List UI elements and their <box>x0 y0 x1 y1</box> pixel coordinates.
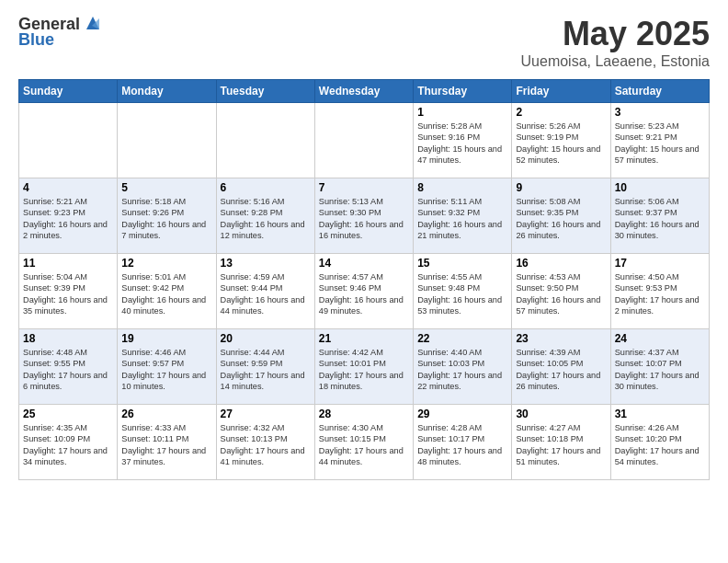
calendar-cell: 11Sunrise: 5:04 AM Sunset: 9:39 PM Dayli… <box>19 254 118 329</box>
day-info: Sunrise: 5:16 AM Sunset: 9:28 PM Dayligh… <box>221 196 311 242</box>
title-location: Uuemoisa, Laeaene, Estonia <box>521 53 710 70</box>
day-number: 17 <box>615 257 705 270</box>
header-wednesday: Wednesday <box>314 80 413 103</box>
header-friday: Friday <box>512 80 610 103</box>
calendar-header-row: Sunday Monday Tuesday Wednesday Thursday… <box>19 80 710 103</box>
calendar-cell: 29Sunrise: 4:28 AM Sunset: 10:17 PM Dayl… <box>414 405 512 480</box>
calendar-cell: 10Sunrise: 5:06 AM Sunset: 9:37 PM Dayli… <box>610 178 709 254</box>
day-number: 28 <box>319 408 409 420</box>
calendar-cell: 19Sunrise: 4:46 AM Sunset: 9:57 PM Dayli… <box>118 329 216 405</box>
header-saturday: Saturday <box>610 80 709 103</box>
day-number: 8 <box>417 181 507 194</box>
calendar-cell: 28Sunrise: 4:30 AM Sunset: 10:15 PM Dayl… <box>314 405 413 480</box>
day-number: 25 <box>23 408 113 420</box>
calendar-cell: 4Sunrise: 5:21 AM Sunset: 9:23 PM Daylig… <box>19 178 118 254</box>
day-number: 20 <box>221 332 311 345</box>
day-info: Sunrise: 4:42 AM Sunset: 10:01 PM Daylig… <box>319 347 409 393</box>
day-number: 18 <box>23 332 113 345</box>
day-info: Sunrise: 5:01 AM Sunset: 9:42 PM Dayligh… <box>121 271 211 317</box>
day-info: Sunrise: 4:28 AM Sunset: 10:17 PM Daylig… <box>417 422 507 468</box>
calendar-week-1: 1Sunrise: 5:28 AM Sunset: 9:16 PM Daylig… <box>19 103 710 178</box>
day-info: Sunrise: 5:26 AM Sunset: 9:19 PM Dayligh… <box>516 121 606 167</box>
calendar-week-4: 18Sunrise: 4:48 AM Sunset: 9:55 PM Dayli… <box>19 329 710 405</box>
day-number: 26 <box>121 408 211 420</box>
day-info: Sunrise: 4:46 AM Sunset: 9:57 PM Dayligh… <box>121 347 211 393</box>
logo-blue-text: Blue <box>18 30 54 50</box>
day-info: Sunrise: 4:40 AM Sunset: 10:03 PM Daylig… <box>417 347 507 393</box>
page: General Blue May 2025 Uuemoisa, Laeaene,… <box>0 0 728 563</box>
day-info: Sunrise: 4:55 AM Sunset: 9:48 PM Dayligh… <box>417 271 507 317</box>
day-info: Sunrise: 4:35 AM Sunset: 10:09 PM Daylig… <box>23 422 113 468</box>
day-number: 24 <box>615 332 705 345</box>
day-number: 23 <box>516 332 606 345</box>
calendar-cell: 20Sunrise: 4:44 AM Sunset: 9:59 PM Dayli… <box>216 329 314 405</box>
calendar-week-2: 4Sunrise: 5:21 AM Sunset: 9:23 PM Daylig… <box>19 178 710 254</box>
day-info: Sunrise: 5:28 AM Sunset: 9:16 PM Dayligh… <box>417 121 507 167</box>
calendar-cell: 18Sunrise: 4:48 AM Sunset: 9:55 PM Dayli… <box>19 329 118 405</box>
calendar-cell: 21Sunrise: 4:42 AM Sunset: 10:01 PM Dayl… <box>314 329 413 405</box>
day-number: 29 <box>417 408 507 420</box>
day-info: Sunrise: 5:11 AM Sunset: 9:32 PM Dayligh… <box>417 196 507 242</box>
calendar-cell: 24Sunrise: 4:37 AM Sunset: 10:07 PM Dayl… <box>610 329 709 405</box>
day-number: 30 <box>516 408 606 420</box>
calendar-cell: 30Sunrise: 4:27 AM Sunset: 10:18 PM Dayl… <box>512 405 610 480</box>
calendar-cell: 25Sunrise: 4:35 AM Sunset: 10:09 PM Dayl… <box>19 405 118 480</box>
calendar-cell: 2Sunrise: 5:26 AM Sunset: 9:19 PM Daylig… <box>512 103 610 178</box>
calendar-week-3: 11Sunrise: 5:04 AM Sunset: 9:39 PM Dayli… <box>19 254 710 329</box>
day-number: 11 <box>23 257 113 270</box>
title-block: May 2025 Uuemoisa, Laeaene, Estonia <box>521 15 710 70</box>
day-info: Sunrise: 5:23 AM Sunset: 9:21 PM Dayligh… <box>615 121 705 167</box>
header-tuesday: Tuesday <box>216 80 314 103</box>
header-thursday: Thursday <box>414 80 512 103</box>
calendar-cell: 15Sunrise: 4:55 AM Sunset: 9:48 PM Dayli… <box>414 254 512 329</box>
day-number: 27 <box>221 408 311 420</box>
day-info: Sunrise: 4:48 AM Sunset: 9:55 PM Dayligh… <box>23 347 113 393</box>
day-number: 19 <box>121 332 211 345</box>
calendar-cell: 13Sunrise: 4:59 AM Sunset: 9:44 PM Dayli… <box>216 254 314 329</box>
day-info: Sunrise: 5:13 AM Sunset: 9:30 PM Dayligh… <box>319 196 409 242</box>
day-info: Sunrise: 4:57 AM Sunset: 9:46 PM Dayligh… <box>319 271 409 317</box>
logo: General Blue <box>18 15 103 50</box>
day-number: 7 <box>319 181 409 194</box>
day-info: Sunrise: 5:18 AM Sunset: 9:26 PM Dayligh… <box>121 196 211 242</box>
calendar-cell: 22Sunrise: 4:40 AM Sunset: 10:03 PM Dayl… <box>414 329 512 405</box>
calendar-cell: 12Sunrise: 5:01 AM Sunset: 9:42 PM Dayli… <box>118 254 216 329</box>
day-number: 22 <box>417 332 507 345</box>
calendar-cell <box>314 103 413 178</box>
header-sunday: Sunday <box>19 80 118 103</box>
calendar-cell: 17Sunrise: 4:50 AM Sunset: 9:53 PM Dayli… <box>610 254 709 329</box>
calendar-cell: 6Sunrise: 5:16 AM Sunset: 9:28 PM Daylig… <box>216 178 314 254</box>
day-number: 12 <box>121 257 211 270</box>
day-info: Sunrise: 4:39 AM Sunset: 10:05 PM Daylig… <box>516 347 606 393</box>
day-info: Sunrise: 4:30 AM Sunset: 10:15 PM Daylig… <box>319 422 409 468</box>
day-info: Sunrise: 4:53 AM Sunset: 9:50 PM Dayligh… <box>516 271 606 317</box>
day-info: Sunrise: 5:21 AM Sunset: 9:23 PM Dayligh… <box>23 196 113 242</box>
day-number: 9 <box>516 181 606 194</box>
calendar-cell: 31Sunrise: 4:26 AM Sunset: 10:20 PM Dayl… <box>610 405 709 480</box>
calendar-cell: 3Sunrise: 5:23 AM Sunset: 9:21 PM Daylig… <box>610 103 709 178</box>
day-info: Sunrise: 4:26 AM Sunset: 10:20 PM Daylig… <box>615 422 705 468</box>
day-number: 2 <box>516 106 606 119</box>
day-number: 10 <box>615 181 705 194</box>
calendar-week-5: 25Sunrise: 4:35 AM Sunset: 10:09 PM Dayl… <box>19 405 710 480</box>
day-number: 21 <box>319 332 409 345</box>
day-number: 1 <box>417 106 507 119</box>
day-info: Sunrise: 4:27 AM Sunset: 10:18 PM Daylig… <box>516 422 606 468</box>
calendar-table: Sunday Monday Tuesday Wednesday Thursday… <box>18 79 710 480</box>
calendar-cell: 9Sunrise: 5:08 AM Sunset: 9:35 PM Daylig… <box>512 178 610 254</box>
day-info: Sunrise: 4:59 AM Sunset: 9:44 PM Dayligh… <box>221 271 311 317</box>
day-info: Sunrise: 5:04 AM Sunset: 9:39 PM Dayligh… <box>23 271 113 317</box>
day-info: Sunrise: 5:06 AM Sunset: 9:37 PM Dayligh… <box>615 196 705 242</box>
day-number: 15 <box>417 257 507 270</box>
calendar-cell <box>19 103 118 178</box>
day-number: 16 <box>516 257 606 270</box>
day-number: 6 <box>221 181 311 194</box>
day-info: Sunrise: 4:32 AM Sunset: 10:13 PM Daylig… <box>221 422 311 468</box>
title-month: May 2025 <box>521 15 710 53</box>
calendar-cell: 5Sunrise: 5:18 AM Sunset: 9:26 PM Daylig… <box>118 178 216 254</box>
header: General Blue May 2025 Uuemoisa, Laeaene,… <box>18 15 710 70</box>
day-info: Sunrise: 4:37 AM Sunset: 10:07 PM Daylig… <box>615 347 705 393</box>
calendar-cell: 14Sunrise: 4:57 AM Sunset: 9:46 PM Dayli… <box>314 254 413 329</box>
day-info: Sunrise: 4:44 AM Sunset: 9:59 PM Dayligh… <box>221 347 311 393</box>
header-monday: Monday <box>118 80 216 103</box>
